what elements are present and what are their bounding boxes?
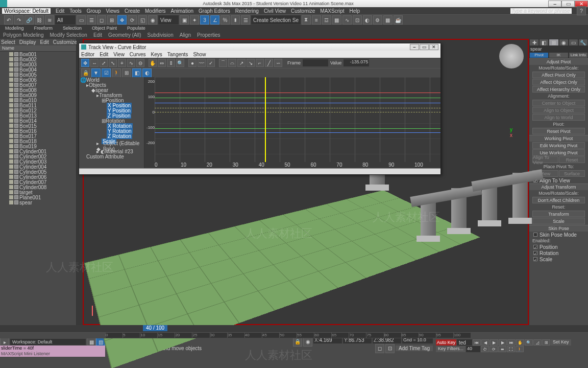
scene-item[interactable]: Box008 <box>0 87 76 93</box>
menu-modifiers[interactable]: Modifiers <box>145 8 166 14</box>
se-menu-customize[interactable]: Customize <box>53 39 77 45</box>
isolate-icon[interactable]: ◻ <box>375 344 384 353</box>
time-slider[interactable]: 40 / 100 <box>0 325 588 331</box>
affect-object-only-button[interactable]: Affect Object Only <box>532 79 585 85</box>
scene-item[interactable]: Cylinder002 <box>0 154 76 159</box>
visibility-icon[interactable] <box>9 62 13 66</box>
tv-value-field[interactable]: -135.075 <box>344 59 369 66</box>
visibility-icon[interactable] <box>9 93 13 97</box>
nav-orbit-icon[interactable]: ⟳ <box>489 346 498 352</box>
rollout-adjust-transform[interactable]: Adjust Transform <box>529 184 588 190</box>
toggle-ribbon-icon[interactable]: ▦ <box>332 15 341 25</box>
snap-toggle-icon[interactable]: 3 <box>200 15 209 25</box>
visibility-icon[interactable] <box>9 103 13 107</box>
tv-tangent-step-icon[interactable]: ⌐ <box>256 59 264 67</box>
object-name-field[interactable]: spear <box>529 46 588 52</box>
scene-item[interactable]: Cylinder008 <box>0 185 76 190</box>
visibility-icon[interactable] <box>9 149 13 153</box>
edit-named-icon[interactable]: ☰ <box>241 15 250 25</box>
tv-tangent-slow-icon[interactable]: ↘ <box>247 59 255 67</box>
nav-fov-icon[interactable]: ◿ <box>533 339 542 346</box>
visibility-icon[interactable] <box>9 134 13 138</box>
scene-item[interactable]: Box014 <box>0 118 76 123</box>
scene-item[interactable]: Box003 <box>0 62 76 67</box>
selection-lock-icon[interactable]: ⊡ <box>385 344 395 353</box>
ribbon-sub-geometry[interactable]: Geometry (All) <box>105 32 144 39</box>
rectangle-region-icon[interactable]: ◻ <box>97 15 106 25</box>
help-icon[interactable]: ? <box>577 6 586 15</box>
percent-snap-icon[interactable]: % <box>220 15 230 25</box>
visibility-icon[interactable] <box>9 124 13 128</box>
menu-edit[interactable]: Edit <box>56 8 64 14</box>
tv-controller-icon[interactable]: ⊞ <box>122 68 131 78</box>
maxscript-listener[interactable]: MAXScript Mini Listener <box>0 351 105 357</box>
set-key-button[interactable]: Set Key <box>551 339 571 346</box>
scene-item[interactable]: Cylinder003 <box>0 159 76 164</box>
tv-add-keys-icon[interactable]: + <box>118 59 126 67</box>
menu-rendering[interactable]: Rendering <box>235 8 259 14</box>
align-to-view-button[interactable]: Align To View <box>532 156 558 163</box>
tv-modifier-icon[interactable]: ◧ <box>132 68 141 78</box>
dont-affect-children-button[interactable]: Don't Affect Children <box>532 197 585 203</box>
rotate-icon[interactable]: ⟳ <box>128 15 137 25</box>
play-icon[interactable]: ▶ <box>490 339 498 346</box>
tv-move-keys-icon[interactable]: ✥ <box>81 59 89 67</box>
scene-item[interactable]: Box015 <box>0 123 76 128</box>
tv-tangent-fast-icon[interactable]: ↗ <box>237 59 246 67</box>
tv-pan-icon[interactable]: ✋ <box>149 59 157 67</box>
move-icon[interactable]: ✥ <box>117 15 127 25</box>
menu-maxscript[interactable]: MAXScript <box>320 8 344 14</box>
placement-icon[interactable]: ◉ <box>148 15 157 25</box>
layer-icon[interactable]: ☲ <box>322 15 331 25</box>
ribbon-tab-modeling[interactable]: Modeling <box>0 26 29 32</box>
add-time-tag[interactable]: Add Time Tag <box>396 346 433 351</box>
prev-frame-icon[interactable]: ◀ <box>481 339 489 346</box>
rollout-adjust-pivot[interactable]: Adjust Pivot <box>529 59 588 65</box>
menu-create[interactable]: Create <box>125 8 140 14</box>
workspace-dropdown-2[interactable]: Workspace: Default <box>10 339 86 345</box>
scene-item[interactable]: Cylinder006 <box>0 174 76 179</box>
scene-item[interactable]: Box005 <box>0 72 76 77</box>
ribbon-sub-modify[interactable]: Modify Selection <box>47 32 90 39</box>
visibility-icon[interactable] <box>9 175 13 179</box>
tv-menu-editor[interactable]: Editor <box>81 52 94 57</box>
se-menu-select[interactable]: Select <box>1 39 15 45</box>
ribbon-sub-properties[interactable]: Properties <box>194 32 224 39</box>
nav-max-icon[interactable]: ⛶ <box>507 346 515 352</box>
auto-key-button[interactable]: Auto Key <box>436 339 456 346</box>
visibility-icon[interactable] <box>9 170 13 174</box>
search-input[interactable]: Type a keyword or phrase <box>510 8 572 14</box>
goto-start-icon[interactable]: ⏮ <box>473 339 481 346</box>
visibility-icon[interactable] <box>9 88 13 92</box>
workspace-dropdown[interactable]: Workspace: Default <box>2 8 51 14</box>
selection-filter-dropdown[interactable]: All <box>55 15 76 25</box>
scene-item[interactable]: Box019 <box>0 144 76 149</box>
pivot-center-icon[interactable]: ▣ <box>180 15 189 25</box>
visibility-icon[interactable] <box>9 195 13 199</box>
time-slider-head[interactable]: 40 / 100 <box>143 325 167 331</box>
align-icon[interactable]: ≡ <box>312 15 321 25</box>
tv-menu-tangents[interactable]: Tangents <box>167 52 188 57</box>
material-editor-icon[interactable]: ◐ <box>363 15 372 25</box>
tv-menu-edit[interactable]: Edit <box>100 52 108 57</box>
visibility-icon[interactable] <box>9 154 13 158</box>
visibility-icon[interactable] <box>9 144 13 148</box>
tv-zoom-icon[interactable]: 🔍 <box>176 59 184 67</box>
visibility-icon[interactable] <box>9 129 13 133</box>
visibility-icon[interactable] <box>9 200 13 204</box>
position-checkbox[interactable] <box>533 245 537 249</box>
visibility-icon[interactable] <box>9 83 13 87</box>
nav-dolly-icon[interactable]: ⬌ <box>498 346 506 352</box>
ribbon-tab-populate[interactable]: Populate <box>122 26 151 32</box>
se-header-name[interactable]: Name <box>0 45 76 52</box>
menu-graph-editors[interactable]: Graph Editors <box>199 8 230 14</box>
visibility-icon[interactable] <box>9 190 13 194</box>
edit-working-pivot-button[interactable]: Edit Working Pivot <box>532 142 585 149</box>
scale-icon[interactable]: ◱ <box>138 15 147 25</box>
tv-frame-field[interactable] <box>303 59 328 66</box>
scene-item[interactable]: Cylinder004 <box>0 164 76 169</box>
ribbon-sub-edit[interactable]: Edit <box>90 32 105 39</box>
visibility-icon[interactable] <box>9 98 13 102</box>
visibility-icon[interactable] <box>9 180 13 184</box>
scene-item[interactable]: Plane001 <box>0 195 76 200</box>
